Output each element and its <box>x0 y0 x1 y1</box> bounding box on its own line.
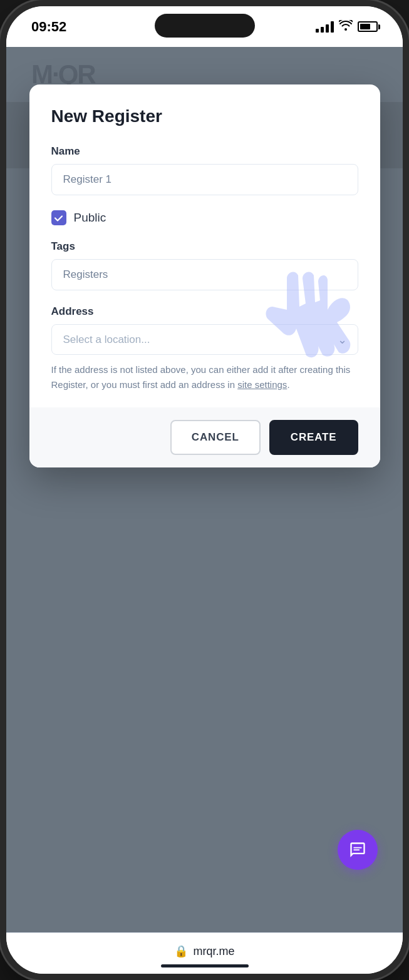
help-text-end: . <box>287 379 289 390</box>
status-icons <box>316 20 378 34</box>
wifi-icon <box>339 20 353 34</box>
bottom-bar: 🔒 mrqr.me <box>6 932 403 974</box>
modal-footer: CANCEL CREATE <box>29 407 380 467</box>
address-label: Address <box>51 305 358 318</box>
create-button[interactable]: CREATE <box>269 420 358 455</box>
address-select-wrapper: Select a location... ⌄ <box>51 324 358 355</box>
signal-icon <box>316 21 334 33</box>
help-text-main: If the address is not listed above, you … <box>51 364 351 390</box>
public-checkbox[interactable] <box>51 210 66 225</box>
notch <box>155 14 255 38</box>
url-text: mrqr.me <box>193 945 234 958</box>
address-select[interactable]: Select a location... <box>51 324 358 355</box>
phone-frame: 09:52 M·QR <box>0 0 409 980</box>
address-field-group: Address Select a location... ⌄ If the ad… <box>51 305 358 392</box>
modal-body: New Register Name <box>29 84 380 392</box>
modal-dialog: New Register Name <box>29 84 380 467</box>
tags-label: Tags <box>51 240 358 253</box>
address-help-text: If the address is not listed above, you … <box>51 362 358 392</box>
tags-input[interactable] <box>51 259 358 290</box>
modal-backdrop: New Register Name <box>6 47 403 932</box>
battery-icon <box>358 21 378 32</box>
name-label: Name <box>51 145 358 158</box>
home-indicator <box>161 964 249 967</box>
public-label: Public <box>74 211 106 225</box>
bottom-url-bar: 🔒 mrqr.me <box>6 944 403 958</box>
chat-fab-button[interactable] <box>338 830 378 870</box>
phone-content: M·QR New Register Name <box>6 47 403 974</box>
bg-overlay: M·QR New Register Name <box>6 47 403 932</box>
site-settings-link[interactable]: site settings <box>237 379 287 390</box>
chat-icon <box>349 841 366 859</box>
cancel-button[interactable]: CANCEL <box>170 420 261 455</box>
public-checkbox-row[interactable]: Public <box>51 210 358 225</box>
lock-icon: 🔒 <box>174 944 188 958</box>
status-time: 09:52 <box>31 19 66 35</box>
name-input[interactable] <box>51 164 358 195</box>
name-field-group: Name <box>51 145 358 195</box>
modal-title: New Register <box>51 106 358 126</box>
tags-field-group: Tags <box>51 240 358 290</box>
